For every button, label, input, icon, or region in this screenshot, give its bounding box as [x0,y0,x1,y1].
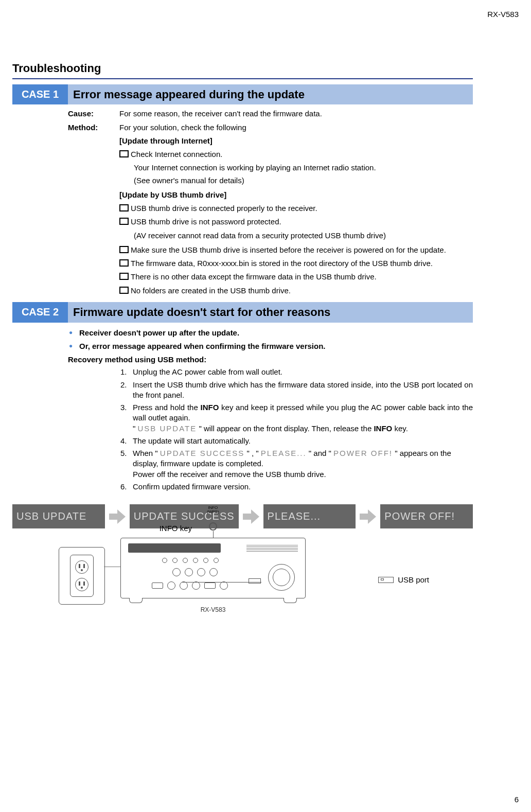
case2-bullets: Receiver doesn't power up after the upda… [68,328,473,352]
info-top-text2: (WPS) [207,509,219,514]
lcd-please: PLEASE... [263,504,356,528]
case1-body: Cause: For some reason, the receiver can… [68,109,473,296]
arrow-right-icon [360,509,376,524]
wall-outlet-icon [59,547,105,605]
usb-slot-icon [249,578,261,584]
step-2: 2. Insert the USB thumb drive which has … [120,380,473,401]
check-text: Check Internet connection. [131,149,473,160]
step-4: 4. The update will start automatically. [120,436,473,446]
text-part: " will appear on the front display. Then… [197,424,374,433]
display-text-inline: UPDATE SUCCESS [160,449,244,457]
case2-header: CASE 2 Firmware update doesn't start for… [12,302,473,323]
step-6: 6. Confirm updated firmware version. [120,482,473,492]
step-text: When " UPDATE SUCCESS " , " PLEASE... " … [133,448,473,480]
lcd-power-off: POWER OFF! [380,504,473,528]
step-number: 6. [120,482,133,492]
page-number: 6 [515,795,519,805]
check-text: Make sure the USB thumb drive is inserte… [131,245,473,255]
step-5: 5. When " UPDATE SUCCESS " , " PLEASE...… [120,448,473,480]
check-internet-connection: Check Internet connection. [119,149,473,160]
bullet-no-power-up: Receiver doesn't power up after the upda… [68,328,473,338]
check-no-folders: No folders are created in the USB thumb … [119,286,473,296]
arrow-right-icon [243,509,259,524]
check-text: No folders are created in the USB thumb … [131,286,473,296]
case2-label: CASE 2 [12,302,68,323]
step-text: Insert the USB thumb drive which has the… [133,380,473,401]
cause-text: For some reason, the receiver can't read… [119,109,473,119]
case1-cause-row: Cause: For some reason, the receiver can… [68,109,473,119]
leader-line [182,582,261,582]
page: RX-V583 Troubleshooting CASE 1 Error mes… [0,0,531,812]
usb-port-callout: USB port [378,575,429,585]
check-text: The firmware data, R0xxx-xxxx.bin is sto… [131,258,473,269]
check-firmware-root: The firmware data, R0xxx-xxxx.bin is sto… [119,258,473,269]
usb-subhead: [Update by USB thumb drive] [119,190,473,200]
step-text: Confirm updated firmware version. [133,482,473,492]
check-text: There is no other data except the firmwa… [131,272,473,282]
method-key: Method: [68,122,119,133]
text-part: Press and hold the [133,403,200,412]
checkbox-icon [119,218,129,225]
step-number: 5. [120,448,133,480]
check-usb-password: USB thumb drive is not password protecte… [119,217,473,227]
check-text: USB thumb drive is connected properly to… [131,203,473,214]
internet-subhead: [Update through Internet] [119,136,473,146]
info-key-bold: INFO [374,424,392,433]
info-key-detail-icon [209,522,217,531]
text-part: " and " [307,449,333,457]
internet-note-2: (See owner's manual for details) [134,175,473,186]
device-illustration: INFO (WPS) INFO key USB port [12,538,473,614]
checkbox-icon [119,204,129,211]
leader-line [104,567,120,567]
text-part: Power off the receiver and remove the US… [133,470,326,479]
display-sequence: USB UPDATE UPDATE SUCCESS PLEASE... POWE… [12,504,473,528]
display-text-inline: PLEASE... [261,449,307,457]
step-3: 3. Press and hold the INFO key and keep … [120,402,473,434]
method-text: For your solution, check the following [119,122,473,133]
receiver-model-label: RX-V583 [120,606,306,614]
info-key-callout: INFO key [160,523,195,534]
step-number: 4. [120,436,133,446]
checkbox-icon [119,259,129,267]
checkbox-icon [119,150,129,157]
usb-password-note: (AV receiver cannot read data from a sec… [134,231,473,241]
cause-key: Cause: [68,109,119,119]
usb-port-icon [378,577,394,583]
receiver-illustration: INFO (WPS) INFO key USB port [120,538,306,614]
info-key-bold: INFO [200,403,219,412]
checkbox-icon [119,273,129,280]
checkbox-icon [119,287,129,294]
step-text: The update will start automatically. [133,436,473,446]
info-top-label: INFO (WPS) [207,506,219,514]
usb-port-label: USB port [398,575,429,585]
check-no-other-data: There is no other data except the firmwa… [119,272,473,282]
check-usb-inserted-before-power: Make sure the USB thumb drive is inserte… [119,245,473,255]
receiver-front-icon [120,538,306,598]
check-usb-connected: USB thumb drive is connected properly to… [119,203,473,214]
model-code: RX-V583 [487,9,519,20]
text-part: " , " [244,449,261,457]
bullet-error-confirming: Or, error message appeared when confirmi… [68,341,473,351]
case1-header: CASE 1 Error message appeared during the… [12,84,473,105]
case1-title: Error message appeared during the update [68,84,473,105]
step-number: 1. [120,367,133,377]
case2-title: Firmware update doesn't start for other … [68,302,473,323]
recovery-heading: Recovery method using USB method: [68,355,498,365]
step-text: Unplug the AC power cable from wall outl… [133,367,473,377]
check-text: USB thumb drive is not password protecte… [131,217,473,227]
recovery-steps: 1. Unplug the AC power cable from wall o… [120,367,473,492]
step-number: 2. [120,380,133,401]
text-part: key. [392,424,408,433]
case1-label: CASE 1 [12,84,68,105]
display-text-inline: USB UPDATE [138,424,197,433]
step-1: 1. Unplug the AC power cable from wall o… [120,367,473,377]
case1-method-row: Method: For your solution, check the fol… [68,122,473,133]
checkbox-icon [119,246,129,253]
arrow-right-icon [109,509,126,524]
display-text-inline: POWER OFF! [333,449,393,457]
text-part: When " [133,449,160,457]
step-text: Press and hold the INFO key and keep it … [133,402,473,434]
step-number: 3. [120,402,133,434]
internet-note-1: Your Internet connection is working by p… [134,163,473,173]
text-part: " [133,424,138,433]
